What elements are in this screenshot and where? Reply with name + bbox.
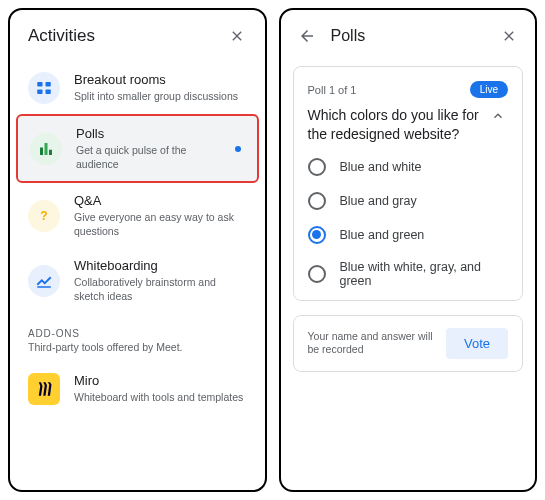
polls-title: Polls [331,27,486,45]
live-badge: Live [470,81,508,98]
addons-label: ADD-ONS [10,314,265,341]
radio-icon [308,265,326,283]
qa-icon: ? [28,200,60,232]
polls-icon [30,133,62,165]
arrow-back-icon [298,27,316,45]
svg-rect-5 [45,143,48,155]
activities-header: Activities [10,10,265,58]
activities-title: Activities [28,26,95,46]
addon-name: Miro [74,373,247,390]
activities-panel: Activities Breakout rooms Split into sma… [8,8,267,492]
option-label: Blue and white [340,160,422,174]
activity-desc: Collaboratively brainstorm and sketch id… [74,276,247,303]
poll-option[interactable]: Blue and white [308,158,509,176]
svg-rect-6 [49,149,52,154]
addon-miro[interactable]: Miro Whiteboard with tools and templates [16,363,259,415]
poll-card: Poll 1 of 1 Live Which colors do you lik… [293,66,524,301]
notification-dot-icon [235,146,241,152]
poll-question: Which colors do you like for the redesig… [308,106,481,144]
activity-desc: Split into smaller group discussions [74,90,247,104]
polls-panel: Polls Poll 1 of 1 Live Which colors do y… [279,8,538,492]
radio-selected-icon [308,226,326,244]
addon-desc: Whiteboard with tools and templates [74,391,247,405]
activity-desc: Give everyone an easy way to ask questio… [74,211,247,238]
activity-name: Polls [76,126,221,143]
option-label: Blue and gray [340,194,417,208]
radio-icon [308,192,326,210]
activities-list: Breakout rooms Split into smaller group … [10,58,265,314]
vote-button[interactable]: Vote [446,328,508,359]
poll-option[interactable]: Blue and green [308,226,509,244]
poll-count: Poll 1 of 1 [308,84,357,96]
chevron-up-icon [490,108,506,124]
option-label: Blue with white, gray, and green [340,260,509,288]
addons-desc: Third-party tools offered by Meet. [10,341,265,359]
miro-icon [28,373,60,405]
close-icon [229,28,245,44]
poll-options: Blue and white Blue and gray Blue and gr… [308,158,509,288]
poll-meta: Poll 1 of 1 Live [308,81,509,98]
activity-whiteboarding[interactable]: Whiteboarding Collaboratively brainstorm… [16,248,259,313]
footer-note: Your name and answer will be recorded [308,330,436,357]
svg-rect-1 [46,82,51,87]
back-button[interactable] [295,24,319,48]
polls-header: Polls [281,10,536,58]
poll-option[interactable]: Blue and gray [308,192,509,210]
whiteboarding-icon [28,265,60,297]
close-button[interactable] [497,24,521,48]
radio-icon [308,158,326,176]
option-label: Blue and green [340,228,425,242]
activity-desc: Get a quick pulse of the audience [76,144,221,171]
activity-qa[interactable]: ? Q&A Give everyone an easy way to ask q… [16,183,259,248]
svg-rect-4 [40,147,43,155]
poll-option[interactable]: Blue with white, gray, and green [308,260,509,288]
activity-name: Whiteboarding [74,258,247,275]
activity-name: Q&A [74,193,247,210]
activity-breakout-rooms[interactable]: Breakout rooms Split into smaller group … [16,62,259,114]
poll-footer: Your name and answer will be recorded Vo… [293,315,524,372]
breakout-rooms-icon [28,72,60,104]
activity-name: Breakout rooms [74,72,247,89]
svg-rect-2 [37,90,42,95]
close-button[interactable] [225,24,249,48]
close-icon [501,28,517,44]
svg-rect-0 [37,82,42,87]
activity-polls[interactable]: Polls Get a quick pulse of the audience [16,114,259,183]
collapse-button[interactable] [488,106,508,126]
svg-text:?: ? [40,209,47,223]
addons-list: Miro Whiteboard with tools and templates [10,359,265,415]
svg-rect-3 [46,90,51,95]
